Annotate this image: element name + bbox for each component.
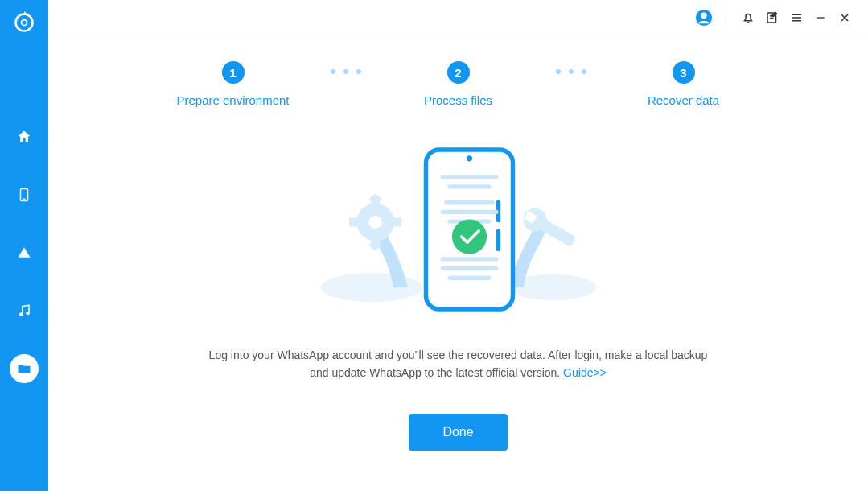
content: 1 Prepare environment 2 Process files 3 … xyxy=(48,35,868,491)
step-1: 1 Prepare environment xyxy=(153,61,314,107)
step-separator xyxy=(314,69,378,74)
svg-point-1 xyxy=(22,20,27,26)
svg-rect-39 xyxy=(440,210,498,214)
app-logo xyxy=(13,11,35,34)
svg-point-35 xyxy=(466,155,471,161)
progress-steps: 1 Prepare environment 2 Process files 3 … xyxy=(153,61,764,107)
done-button[interactable]: Done xyxy=(409,414,507,451)
bell-icon[interactable] xyxy=(739,9,757,27)
sidebar xyxy=(0,0,48,491)
close-icon[interactable] xyxy=(836,9,854,27)
titlebar xyxy=(48,0,868,35)
instruction-text: Log into your WhatsApp account and you"l… xyxy=(201,347,716,382)
svg-rect-43 xyxy=(447,276,491,280)
menu-icon[interactable] xyxy=(788,9,805,27)
svg-rect-34 xyxy=(496,229,500,251)
instruction-body: Log into your WhatsApp account and you"l… xyxy=(209,349,708,379)
nav-home[interactable] xyxy=(10,122,39,151)
step-label: Prepare environment xyxy=(176,93,289,107)
step-separator xyxy=(539,69,603,74)
step-number: 2 xyxy=(447,61,470,84)
svg-rect-38 xyxy=(444,200,495,204)
step-3: 3 Recover data xyxy=(603,61,764,107)
svg-point-8 xyxy=(701,12,706,18)
guide-link[interactable]: Guide>> xyxy=(563,366,607,379)
svg-rect-24 xyxy=(349,218,360,227)
svg-rect-25 xyxy=(391,218,401,227)
svg-point-28 xyxy=(368,216,381,229)
svg-point-44 xyxy=(451,219,486,254)
svg-point-5 xyxy=(20,313,23,316)
step-label: Recover data xyxy=(648,93,719,107)
nav-music[interactable] xyxy=(10,296,39,325)
account-icon[interactable] xyxy=(695,9,713,27)
svg-point-6 xyxy=(27,312,29,315)
nav-folder[interactable] xyxy=(10,354,39,383)
recovery-illustration xyxy=(314,141,603,318)
svg-point-0 xyxy=(16,14,33,31)
svg-rect-41 xyxy=(440,257,498,261)
minimize-icon[interactable] xyxy=(812,9,829,27)
step-label: Process files xyxy=(424,93,492,107)
nav-cloud[interactable] xyxy=(10,238,39,267)
feedback-icon[interactable] xyxy=(763,9,781,27)
svg-rect-37 xyxy=(447,184,491,188)
svg-rect-36 xyxy=(440,175,498,179)
nav-device[interactable] xyxy=(10,180,39,209)
step-number: 3 xyxy=(673,61,695,84)
main-area: 1 Prepare environment 2 Process files 3 … xyxy=(48,0,868,491)
titlebar-separator xyxy=(726,10,726,26)
step-2: 2 Process files xyxy=(378,61,539,107)
step-number: 1 xyxy=(222,61,245,84)
svg-rect-42 xyxy=(440,266,498,270)
